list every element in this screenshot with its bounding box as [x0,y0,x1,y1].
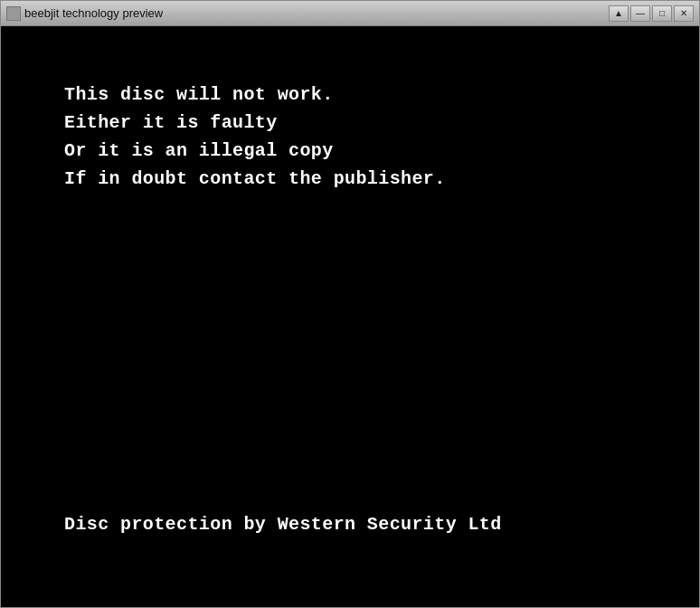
content-area: This disc will not work. Either it is fa… [1,26,699,607]
close-button[interactable]: ✕ [674,5,694,22]
minimize-button[interactable]: ▲ [609,5,629,22]
application-window: beebjit technology preview ▲ — □ ✕ This … [0,0,700,608]
message-line-4: If in doubt contact the publisher. [64,165,636,193]
maximize-button[interactable]: □ [652,5,672,22]
main-message: This disc will not work. Either it is fa… [64,81,636,193]
restore-button[interactable]: — [630,5,650,22]
title-bar-controls: ▲ — □ ✕ [609,5,694,22]
message-line-3: Or it is an illegal copy [64,137,636,165]
footer-message: Disc protection by Western Security Ltd [64,514,636,535]
message-line-1: This disc will not work. [64,81,636,109]
title-bar: beebjit technology preview ▲ — □ ✕ [1,1,699,26]
title-bar-left: beebjit technology preview [6,6,163,21]
window-icon [6,6,21,21]
message-line-2: Either it is faulty [64,109,636,137]
window-title: beebjit technology preview [24,6,163,20]
